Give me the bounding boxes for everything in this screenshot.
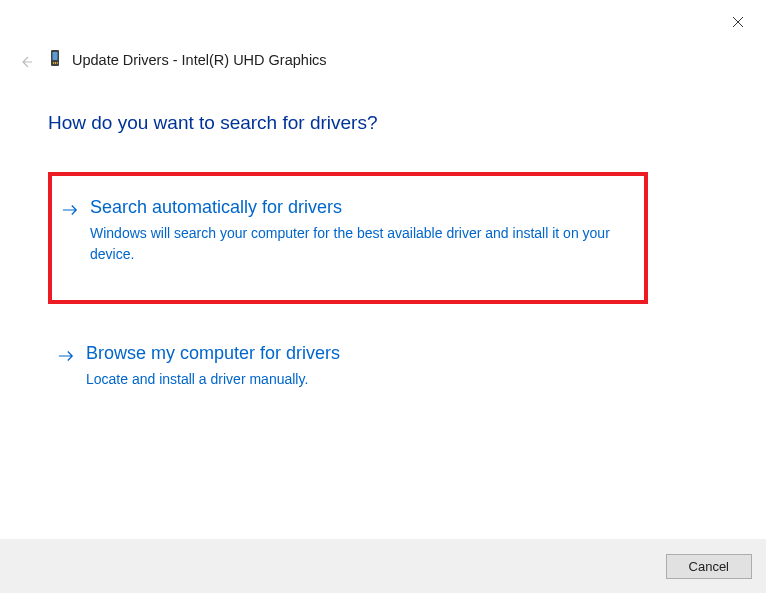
option-description: Windows will search your computer for th…: [90, 223, 634, 264]
svg-rect-5: [55, 62, 56, 64]
options-list: Search automatically for drivers Windows…: [48, 172, 648, 414]
option-title: Search automatically for drivers: [90, 196, 634, 219]
option-browse-computer[interactable]: Browse my computer for drivers Locate an…: [48, 324, 648, 414]
arrow-right-icon: [62, 202, 78, 218]
back-button: [16, 52, 36, 72]
svg-rect-6: [57, 62, 58, 64]
option-search-automatically[interactable]: Search automatically for drivers Windows…: [48, 172, 648, 304]
cancel-button[interactable]: Cancel: [666, 554, 752, 579]
option-content: Search automatically for drivers Windows…: [90, 196, 634, 264]
svg-rect-3: [53, 52, 58, 60]
dialog-title: Update Drivers - Intel(R) UHD Graphics: [72, 52, 327, 68]
arrow-right-icon: [58, 348, 74, 364]
page-heading: How do you want to search for drivers?: [48, 112, 378, 134]
back-arrow-icon: [19, 55, 33, 69]
svg-rect-4: [53, 62, 54, 64]
dialog-footer: Cancel: [0, 539, 766, 593]
device-icon: [48, 48, 62, 72]
option-content: Browse my computer for drivers Locate an…: [86, 342, 638, 390]
dialog-header: Update Drivers - Intel(R) UHD Graphics: [48, 48, 327, 72]
close-button[interactable]: [728, 12, 748, 32]
option-description: Locate and install a driver manually.: [86, 369, 638, 389]
option-title: Browse my computer for drivers: [86, 342, 638, 365]
close-icon: [732, 16, 744, 28]
